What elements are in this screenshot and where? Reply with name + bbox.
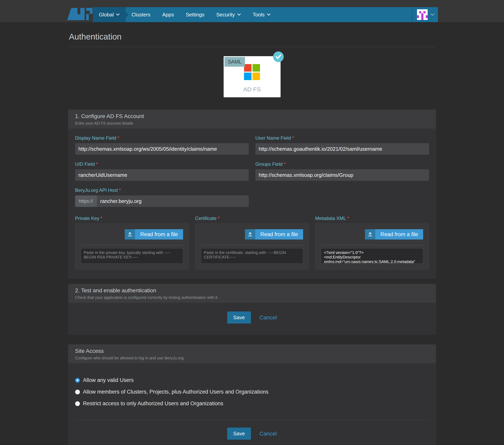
field-label: User Name Field* [255,135,429,141]
section-test-header: 2. Test and enable authentication Check … [68,284,436,303]
microsoft-logo-icon [244,64,260,80]
save-button[interactable]: Save [227,312,251,324]
nav-item-label: Settings [186,12,204,18]
radio-label: Allow any valid Users [83,377,134,383]
field-label: Display Name Field* [75,135,249,141]
field-api-host: BeryJu.org API Host* https:// [75,187,429,207]
section-configure-header: 1. Configure AD FS Account Enter your AD… [68,110,436,129]
required-marker: * [284,161,286,167]
metadata-xml-read-file-button[interactable]: Read from a file [365,229,423,240]
groups-field-input[interactable] [255,169,429,181]
metadata-xml-box: Read from a file <?xml version="1.0"?> <… [315,223,429,269]
selected-check-icon [273,51,284,62]
upload-certificate: Certificate* Read from a file [195,216,309,269]
radio-label: Allow members of Clusters, Projects, plu… [83,389,269,395]
private-key-textarea[interactable] [81,248,183,264]
required-marker: * [100,216,102,221]
main-navbar: Global Clusters Apps Settings Security T… [93,7,438,22]
user-avatar-identicon [417,9,428,20]
radio-restrict-authorized-only[interactable]: Restrict access to only Authorized Users… [75,401,429,407]
save-button[interactable]: Save [227,427,251,440]
user-menu[interactable] [412,7,438,22]
read-file-button-label: Read from a file [375,229,423,240]
field-display-name: Display Name Field* [75,135,249,155]
test-actions-row: Save Cancel [68,303,436,335]
certificate-box: Read from a file [195,223,309,269]
radio-label: Restrict access to only Authorized Users… [83,401,223,407]
form-row-2: UID Field* Groups Field* [75,161,429,181]
certificate-read-file-button[interactable]: Read from a file [245,229,303,240]
certificate-textarea[interactable] [201,248,303,264]
chevron-down-icon [116,14,120,16]
section-title: 2. Test and enable authentication [75,287,429,294]
radio-allow-any-valid-users[interactable]: Allow any valid Users [75,377,429,383]
nav-item-label: Tools [253,12,265,18]
upload-private-key: Private Key* Read from a file [75,216,189,269]
provider-card-adfs[interactable]: SAML AD FS [224,56,281,97]
section-title: 1. Configure AD FS Account [75,113,429,119]
cancel-link[interactable]: Cancel [260,430,277,437]
required-marker: * [218,216,219,221]
metadata-xml-textarea[interactable]: <?xml version="1.0"?> <md:EntityDescript… [321,248,423,264]
radio-button[interactable] [75,401,80,406]
field-groups: Groups Field* [255,161,429,181]
nav-item-global[interactable]: Global [93,7,126,22]
rancher-logo-icon[interactable] [66,7,96,21]
api-host-input[interactable] [97,195,249,207]
field-uid: UID Field* [75,161,249,181]
site-access-actions-row: Save Cancel [68,421,436,445]
section-configure-panel: 1. Configure AD FS Account Enter your AD… [68,110,436,278]
uid-field-input[interactable] [75,169,249,181]
nav-item-security[interactable]: Security [210,7,247,22]
field-label: BeryJu.org API Host* [75,187,429,193]
section-configure-body: Display Name Field* User Name Field* UID… [68,129,436,278]
saml-badge: SAML [224,57,245,67]
site-access-panel: Site Access Configure who should be allo… [68,344,436,445]
required-marker: * [96,161,98,167]
upload-divider [321,245,423,245]
display-name-field-input[interactable] [75,143,249,155]
field-label: Metadata XML* [315,216,429,221]
cancel-link[interactable]: Cancel [260,315,277,321]
top-header: Global Clusters Apps Settings Security T… [0,0,504,22]
api-host-input-group: https:// [75,195,249,207]
upload-divider [201,245,303,245]
nav-item-label: Global [99,12,114,18]
provider-name: AD FS [224,86,281,93]
field-label: Certificate* [195,216,309,221]
radio-button[interactable] [75,390,80,394]
nav-item-tools[interactable]: Tools [247,7,277,22]
upload-metadata-xml: Metadata XML* Read from a file <?xml ver… [315,216,429,269]
radio-button-selected[interactable] [75,378,80,383]
private-key-read-file-button[interactable]: Read from a file [125,229,183,240]
required-marker: * [292,135,294,141]
nav-item-apps[interactable]: Apps [156,7,180,22]
radio-allow-members-clusters-projects[interactable]: Allow members of Clusters, Projects, plu… [75,389,429,395]
field-user-name: User Name Field* [255,135,429,155]
upload-divider [81,245,183,245]
nav-item-label: Security [216,12,235,18]
read-file-button-label: Read from a file [135,229,183,240]
field-label: Groups Field* [255,161,429,167]
ms-square-yellow [252,73,260,80]
nav-item-clusters[interactable]: Clusters [126,7,156,22]
field-label: UID Field* [75,161,249,167]
ms-square-green [252,64,260,72]
main-content: Authentication SAML AD FS 1. Configure A… [68,22,436,445]
chevron-down-icon [267,14,270,16]
upload-icon [125,229,135,240]
ms-square-red [244,64,252,72]
site-access-options: Allow any valid Users Allow members of C… [75,370,429,413]
form-row-1: Display Name Field* User Name Field* [75,135,429,155]
user-name-field-input[interactable] [255,143,429,155]
nav-item-settings[interactable]: Settings [180,7,210,22]
site-access-header: Site Access Configure who should be allo… [68,345,436,363]
required-marker: * [347,216,349,221]
section-subtitle: Check that your application is configure… [75,295,429,300]
site-access-body: Allow any valid Users Allow members of C… [68,363,436,421]
nav-item-label: Clusters [131,12,150,18]
section-subtitle: Configure who should be allowed to log i… [75,356,429,360]
chevron-down-icon [237,14,241,16]
uploads-row: Private Key* Read from a file [75,216,429,269]
section-test-panel: 2. Test and enable authentication Check … [68,284,436,335]
